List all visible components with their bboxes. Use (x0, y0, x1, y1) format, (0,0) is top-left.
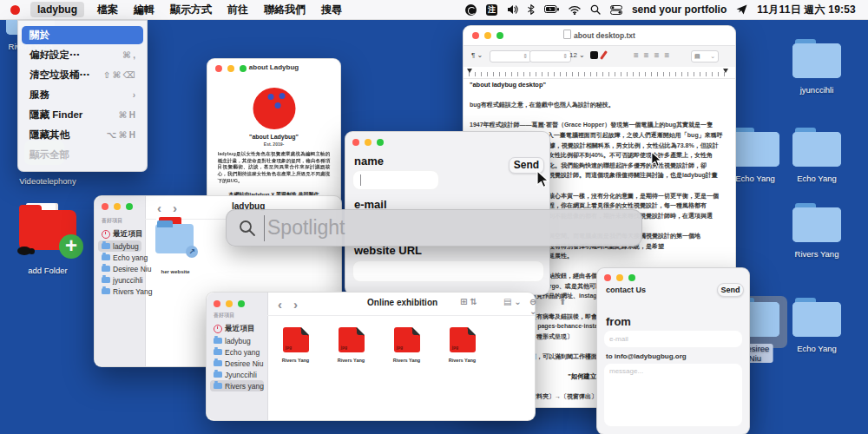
zoom-button[interactable] (238, 300, 245, 307)
sidebar-item[interactable]: Echo yang (98, 252, 141, 263)
close-button[interactable] (102, 203, 108, 210)
font-family-combo[interactable]: ⇕ (490, 50, 531, 62)
sidebar-item[interactable]: 最近項目 (210, 322, 264, 335)
folder-icon[interactable] (731, 132, 779, 167)
zoom-button[interactable] (126, 203, 133, 210)
zoom-button[interactable] (628, 274, 635, 281)
text-color-swatch[interactable] (590, 51, 598, 59)
sidebar-item[interactable]: 最近項目 (98, 227, 141, 240)
close-button[interactable] (352, 139, 359, 146)
action-menu-control[interactable]: ⊖ ⌄ (529, 297, 536, 316)
ladybug-beetle-icon (17, 247, 31, 255)
add-folder-icon[interactable]: + (19, 208, 76, 252)
desktop-folder[interactable]: jyunccihli (786, 43, 847, 95)
finder-window-exhibition: 喜好項目 最近項目 ladybug (206, 292, 536, 421)
desktop-folder[interactable]: Echo Yang (786, 132, 847, 183)
minimize-button[interactable] (616, 274, 623, 281)
left-margin-marker[interactable] (467, 69, 472, 73)
creative-cloud-icon[interactable] (465, 4, 477, 16)
folder-icon[interactable] (792, 43, 841, 78)
dropdown-menu-item[interactable]: 關於 (22, 26, 143, 44)
add-folder-item[interactable]: + add Folder (16, 208, 80, 275)
her-website-folder[interactable]: ↗ (155, 224, 194, 253)
dropdown-menu-item[interactable]: 清空垃圾桶⋯ ⇧ ⌘ ⌫ (22, 66, 143, 84)
menu-item[interactable]: 顯示方式 (162, 2, 220, 17)
font-style-combo[interactable]: ⇕ (529, 50, 571, 62)
bluetooth-icon[interactable] (528, 4, 535, 15)
sidebar-item[interactable]: Desiree Niu (210, 358, 264, 369)
folder-icon[interactable] (792, 302, 841, 337)
website-url-input[interactable] (352, 260, 544, 282)
right-margin-marker[interactable] (723, 69, 728, 73)
zoom-button[interactable] (377, 139, 384, 146)
close-button[interactable] (604, 274, 611, 281)
dropdown-menu-item[interactable]: 隱藏 Finder ⌘ H (22, 106, 143, 124)
sidebar-item[interactable]: Jyunccihli (210, 369, 264, 380)
plus-badge-icon: + (59, 234, 83, 259)
battery-icon[interactable] (544, 5, 559, 14)
spotlight-input[interactable] (264, 215, 641, 241)
sidebar-item[interactable]: ladybug (210, 335, 264, 346)
desktop-folder[interactable]: Rivers Yang (786, 207, 847, 259)
app-menu-ladybug[interactable]: ladybug (30, 2, 84, 17)
dropdown-menu-item[interactable]: 顯示全部 (22, 146, 143, 164)
message-textarea[interactable] (604, 364, 742, 426)
menu-item[interactable]: 檔案 (89, 2, 126, 17)
menu-item[interactable]: 聯絡我們 (256, 2, 313, 17)
ladybug-logo-icon[interactable] (10, 5, 20, 15)
sidebar-item[interactable]: Echo yang (210, 346, 264, 358)
control-center-icon[interactable] (610, 5, 622, 15)
sidebar-item[interactable]: ladybug (98, 240, 141, 252)
menu-item[interactable]: 前往 (220, 2, 256, 17)
minimize-button[interactable] (226, 300, 233, 307)
file-item[interactable]: jpg Rivers Yang (392, 327, 421, 420)
name-input[interactable] (352, 170, 439, 190)
dropdown-menu-item[interactable]: 隱藏其他 ⌥ ⌘ H (22, 126, 143, 144)
search-icon[interactable] (590, 4, 601, 15)
sidebar-item[interactable]: Rivers yang (210, 380, 264, 391)
window-controls (604, 274, 635, 281)
folder-icon[interactable] (792, 132, 841, 167)
style-dropdown[interactable]: ¶ ⌄ (471, 51, 483, 59)
share-icon[interactable]: ⬆ (559, 297, 566, 306)
file-item[interactable]: jpg Rivers Yang (448, 327, 477, 420)
dropdown-menu-item[interactable]: 偏好設定⋯ ⌘ , (22, 46, 143, 64)
back-button[interactable]: ‹ (278, 298, 282, 311)
folder-icon[interactable] (792, 207, 841, 242)
file-item[interactable]: jpg Rivers Yang (337, 327, 365, 420)
from-email-input[interactable] (604, 331, 742, 347)
send-portfolio-cta[interactable]: send your portfolio (632, 3, 727, 16)
input-method-icon[interactable]: 注 (486, 4, 497, 16)
highlight-pen-icon[interactable] (600, 50, 608, 60)
spotlight-bar[interactable] (226, 209, 642, 247)
menu-item[interactable]: 搜尋 (313, 2, 350, 17)
sidebar-item-label: Rivers yang (225, 382, 264, 391)
dropdown-menu-item[interactable]: 服務 › (22, 86, 143, 104)
forward-button[interactable]: › (173, 201, 177, 214)
sidebar-item[interactable]: Desiree Niu (98, 263, 141, 274)
volume-icon[interactable] (507, 4, 518, 15)
sidebar-item[interactable]: jyunccihli (98, 274, 141, 286)
file-item[interactable]: jpg Rivers Yang (281, 327, 310, 420)
window-controls (102, 203, 133, 210)
icon-view-control[interactable]: ⊞ ⇅ (460, 297, 477, 306)
close-button[interactable] (214, 300, 220, 307)
send-button[interactable]: Send (717, 283, 744, 297)
logo-dot (274, 102, 280, 108)
menu-item-label: 關於 (30, 29, 49, 42)
menu-item[interactable]: 編輯 (126, 2, 162, 17)
font-size-dropdown[interactable]: 12 ⌄ (569, 51, 585, 59)
paper-plane-icon[interactable] (736, 4, 747, 15)
group-view-control[interactable]: ▤ ⌄ (503, 297, 522, 306)
jpg-file-icon: jpg (339, 327, 365, 352)
ruler[interactable] (464, 67, 735, 79)
wifi-icon[interactable] (569, 5, 581, 15)
spacing-dropdown[interactable]: ▤⌄ (691, 50, 719, 62)
alignment-buttons[interactable]: ≡≡≡≡ (634, 50, 674, 60)
minimize-button[interactable] (365, 139, 372, 146)
desktop-folder[interactable]: Echo Yang (786, 302, 847, 353)
forward-button[interactable]: › (293, 298, 298, 311)
back-button[interactable]: ‹ (157, 201, 161, 214)
minimize-button[interactable] (114, 203, 121, 210)
sidebar-item[interactable]: Rivers Yang (98, 286, 141, 297)
